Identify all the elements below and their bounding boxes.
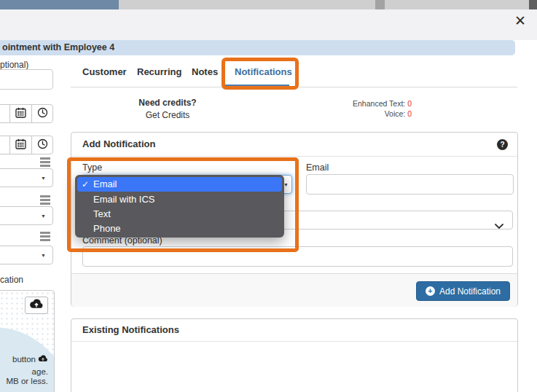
menu-item-phone[interactable]: Phone <box>75 222 284 236</box>
calendar-button[interactable] <box>9 105 31 122</box>
calendar-button[interactable] <box>9 136 31 154</box>
upload-dropzone-panel: button age. MB or less. <box>0 290 55 392</box>
modal-title: ointment with Employee 4 <box>2 40 114 55</box>
menu-item-label: Email <box>93 179 117 189</box>
clock-icon <box>37 138 48 152</box>
location-label-fragment: cation <box>0 275 23 285</box>
tab-notes[interactable]: Notes <box>192 66 218 77</box>
calendar-icon <box>15 107 26 121</box>
calendar-icon <box>15 138 26 152</box>
datetime-group-1 <box>0 104 53 123</box>
upload-hint-line-2: age. <box>32 367 48 376</box>
caret-down-icon: ▼ <box>41 213 46 219</box>
plus-circle-icon: + <box>426 286 435 296</box>
modal-title-band: ointment with Employee 4 <box>0 40 515 55</box>
voice-credits: Voice: 0 <box>310 109 412 118</box>
voice-label: Voice: <box>385 109 406 118</box>
tab-customer[interactable]: Customer <box>82 66 127 77</box>
type-dropdown-menu: ✓ Email Email with ICS Text Phone <box>75 175 284 238</box>
menu-item-email-with-ics[interactable]: Email with ICS <box>75 192 284 207</box>
caret-down-icon: ▼ <box>41 176 46 181</box>
add-notification-title: Add Notification <box>82 138 155 149</box>
get-credits-link[interactable]: Get Credits <box>95 110 240 120</box>
browser-chrome-strip <box>119 0 537 9</box>
list-icon[interactable] <box>40 157 50 167</box>
add-notification-footer: + Add Notification <box>71 273 517 307</box>
type-label: Type <box>82 162 102 173</box>
existing-notifications-header: Existing Notifications <box>71 319 517 342</box>
left-text-input[interactable] <box>0 69 53 90</box>
add-notification-header: Add Notification ? <box>71 133 517 157</box>
datetime-group-2 <box>0 136 53 154</box>
clock-icon <box>37 107 48 121</box>
menu-item-email[interactable]: ✓ Email <box>77 177 282 192</box>
time-button[interactable] <box>31 136 53 154</box>
active-tab-underline <box>224 85 289 87</box>
chevron-down-icon <box>495 219 503 232</box>
tab-notifications[interactable]: Notifications <box>235 66 292 77</box>
list-icon[interactable] <box>40 232 50 241</box>
enhanced-text-credits: Enhanced Text: 0 <box>310 99 412 108</box>
upload-button[interactable] <box>25 297 48 314</box>
help-question-icon[interactable]: ? <box>497 139 508 150</box>
scrollbar-thumb[interactable] <box>375 0 385 9</box>
email-label: Email <box>306 162 329 173</box>
add-notification-button-label: Add Notification <box>439 286 501 297</box>
menu-item-text[interactable]: Text <box>75 207 284 222</box>
email-input[interactable] <box>306 174 514 195</box>
existing-notifications-panel: Existing Notifications <box>71 318 518 392</box>
modal-header-area <box>0 9 537 40</box>
upload-hint-line-1: button <box>12 355 48 364</box>
check-icon: ✓ <box>82 177 89 192</box>
optional-label-fragment: ptional) <box>0 60 28 70</box>
window-edge <box>529 0 537 9</box>
add-notification-button[interactable]: + Add Notification <box>416 281 510 301</box>
list-icon[interactable] <box>40 195 50 205</box>
voice-value: 0 <box>407 109 412 118</box>
time-button[interactable] <box>31 105 53 122</box>
comment-input[interactable] <box>82 246 513 267</box>
caret-down-icon: ▼ <box>283 182 289 187</box>
left-select-3[interactable]: ▼ <box>0 246 53 264</box>
upload-hint-line-3: MB or less. <box>6 377 48 385</box>
tab-recurring[interactable]: Recurring <box>137 66 181 77</box>
browser-tab-strip <box>0 0 119 9</box>
cloud-upload-icon <box>29 299 44 312</box>
enhanced-text-label: Enhanced Text: <box>353 99 405 108</box>
tabbar-divider <box>71 87 517 87</box>
upload-hint-text: button <box>12 355 36 364</box>
need-credits-label: Need credits? <box>95 98 240 108</box>
left-select-2[interactable]: 1 ▼ <box>0 206 53 225</box>
cloud-upload-icon <box>38 355 48 364</box>
screen: ✕ ointment with Employee 4 ptional) <box>0 0 537 392</box>
close-icon[interactable]: ✕ <box>511 12 529 30</box>
enhanced-text-value: 0 <box>407 99 412 108</box>
caret-down-icon: ▼ <box>41 253 46 258</box>
left-select-1[interactable]: ▼ <box>0 168 53 187</box>
